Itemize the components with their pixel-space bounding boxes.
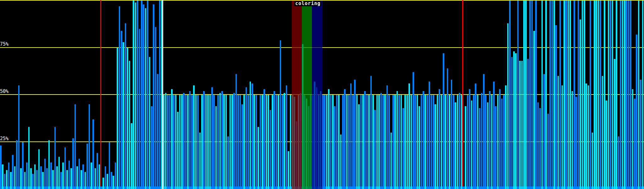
bar (610, 1, 611, 189)
bar (366, 95, 368, 189)
bar (107, 174, 108, 189)
bar (290, 95, 291, 189)
bar (231, 95, 233, 189)
y-tick-50: 50% (0, 89, 8, 94)
bar (91, 163, 92, 189)
bar (209, 95, 211, 189)
bar (473, 95, 475, 189)
bar (42, 172, 44, 189)
bar (99, 164, 100, 189)
bar (634, 99, 636, 189)
bar (586, 83, 587, 189)
bar (411, 95, 412, 189)
bar (391, 133, 392, 189)
bar (151, 106, 153, 189)
bar (555, 25, 557, 189)
bar (445, 95, 446, 189)
bar (497, 95, 499, 189)
bar (397, 91, 398, 189)
bar (578, 1, 579, 189)
bar (179, 95, 181, 189)
bar (115, 163, 116, 189)
bar (270, 110, 271, 189)
bar (125, 23, 126, 189)
bar (250, 82, 251, 189)
bar (253, 95, 255, 189)
bar (326, 95, 328, 189)
bar (20, 168, 22, 189)
bar (491, 95, 493, 189)
bar (167, 95, 169, 189)
bar (481, 93, 483, 189)
bar (109, 142, 110, 189)
bar (56, 166, 58, 189)
bar (372, 95, 374, 189)
bar (64, 147, 66, 189)
bar (386, 85, 388, 189)
bar (75, 104, 76, 189)
bar (541, 1, 543, 189)
bar (618, 136, 619, 189)
bar (185, 95, 187, 189)
bar (12, 155, 14, 189)
bar (407, 95, 408, 189)
bar (503, 95, 505, 189)
bar (378, 95, 380, 189)
green-band (302, 1, 312, 189)
bar (155, 27, 157, 189)
bar (539, 108, 541, 189)
bar (572, 91, 573, 189)
bar (147, 1, 148, 189)
bar (165, 93, 167, 189)
bar (103, 178, 104, 189)
bar (374, 110, 376, 189)
bar (588, 85, 589, 189)
bar (559, 1, 561, 189)
bar (471, 100, 473, 189)
bar (620, 1, 621, 189)
bar (421, 95, 422, 189)
bar (38, 149, 40, 189)
bar (565, 1, 567, 189)
bar (602, 76, 603, 189)
bar (34, 164, 36, 189)
bar (521, 61, 523, 189)
bar (203, 91, 205, 189)
bar (153, 4, 154, 189)
bar (483, 74, 485, 189)
bar (419, 106, 420, 189)
bar (225, 95, 227, 189)
bar (356, 95, 358, 189)
bar (439, 89, 440, 189)
bar (447, 68, 448, 189)
bar (260, 95, 261, 189)
bar (82, 164, 84, 189)
bar (417, 95, 418, 189)
bar (562, 85, 563, 189)
bar (197, 95, 199, 189)
bar (441, 95, 442, 189)
bar (189, 91, 191, 189)
bar (515, 53, 517, 189)
bar (461, 95, 463, 189)
bar (362, 95, 364, 189)
bar (278, 95, 279, 189)
bar (8, 163, 10, 189)
bar (46, 168, 48, 189)
bar (36, 170, 38, 189)
bar (127, 48, 128, 189)
bar (612, 1, 613, 189)
bar (58, 157, 60, 189)
bar (451, 80, 452, 189)
bar (117, 48, 118, 189)
bar (324, 95, 325, 189)
bar (384, 95, 386, 189)
bar (221, 91, 223, 189)
bar (332, 95, 334, 189)
bar (79, 159, 80, 189)
bar (14, 166, 16, 189)
bar (569, 1, 571, 189)
bar (66, 170, 68, 189)
bar (598, 1, 599, 189)
bar (429, 82, 430, 189)
